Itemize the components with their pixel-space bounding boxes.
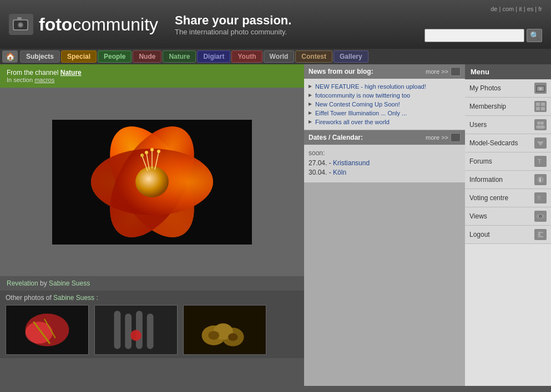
voting-icon: !! [534,192,547,203]
nav-tab-people[interactable]: People [98,50,132,63]
lang-de[interactable]: de [491,6,497,12]
tagline: Share your passion. The international ph… [175,13,291,36]
news-link-2[interactable]: fotocommunity is now twittering too [315,92,410,99]
thumbnails [6,305,299,355]
information-icon: i [534,174,547,185]
svg-point-46 [540,121,544,125]
views-icon [534,211,547,222]
menu-item-users-label: Users [469,121,534,129]
lang-links: de | com | it | es | fr [491,6,542,12]
nav-tab-special[interactable]: Special [61,50,97,63]
dates-header: Dates / Calendar: more >> [304,130,465,145]
svg-rect-44 [541,107,545,110]
news-section: News from our blog: more >> NEW FEATURE … [304,64,465,130]
svg-point-18 [157,150,160,153]
dates-body: soon: 27.04. - Kristiansund 30.04. - Köl… [304,145,465,182]
menu-item-model-sedcards[interactable]: Model-Sedcards [465,134,551,152]
search-input[interactable] [424,29,524,42]
menu-item-forums-label: Forums [469,157,534,165]
date-place-link-1[interactable]: Kristiansund [333,159,370,167]
svg-point-56 [540,216,541,217]
channel-name-link[interactable]: Nature [60,69,82,77]
nav-tab-world[interactable]: World [264,50,295,63]
svg-point-45 [537,121,540,125]
middle-content: News from our blog: more >> NEW FEATURE … [304,64,465,386]
lang-es[interactable]: es [527,6,534,12]
date-entry-1: 27.04. - Kristiansund [309,159,461,167]
photo-area [0,88,304,276]
nav-tab-nude[interactable]: Nude [133,50,161,63]
membership-icon [534,101,547,112]
left-content: From the channel Nature In section macro… [0,64,304,386]
menu-item-users[interactable]: Users [465,116,551,134]
nav-tab-contest[interactable]: Contest [295,50,332,63]
photo-title-link[interactable]: Revelation [7,279,38,287]
svg-rect-41 [536,103,540,106]
users-icon [534,119,547,130]
thumbnail-3[interactable] [183,305,266,355]
header: fotocommunity Share your passion. The in… [0,0,551,49]
logo-text: fotocommunity [39,14,158,35]
date-entry-2: 30.04. - Köln [309,169,461,176]
forums-icon: T [534,156,547,167]
dates-more-link[interactable]: more >> [426,134,448,141]
menu-item-views[interactable]: Views [465,207,551,226]
menu-item-logout-label: Logout [469,231,534,238]
menu-item-sedcards-label: Model-Sedcards [469,139,534,147]
svg-point-37 [228,333,238,341]
nav-tab-digiart[interactable]: Digiart [197,50,230,63]
dates-expand-icon[interactable] [451,133,461,142]
thumbnail-2[interactable] [94,305,178,355]
news-expand-icon[interactable] [451,67,461,76]
menu-item-logout[interactable]: Logout [465,226,551,244]
home-tab[interactable]: 🏠 [2,50,18,63]
nav-tab-subjects[interactable]: Subjects [20,50,60,63]
menu-item-information-label: Information [469,176,534,184]
tagline-sub: The international photo community. [175,28,291,36]
news-header-label: News from our blog: [309,68,373,75]
navigation: 🏠 Subjects Special People Nude Nature Di… [0,49,551,64]
news-link-1[interactable]: NEW FEATURE - high resolution upload! [315,83,426,90]
search-button[interactable]: 🔍 [527,29,542,42]
tagline-main: Share your passion. [175,13,291,28]
other-photos-author-link[interactable]: Sabine Suess : [53,294,98,302]
svg-rect-43 [536,107,540,110]
section-link[interactable]: macros [34,77,54,83]
dates-header-label: Dates / Calendar: [309,134,363,141]
svg-text:i: i [539,177,541,183]
news-link-3[interactable]: New Contest Coming Up Soon! [315,101,400,108]
menu-item-my-photos-label: My Photos [469,84,534,92]
news-header: News from our blog: more >> [304,64,465,79]
menu-item-membership[interactable]: Membership [465,98,551,116]
news-link-4[interactable]: Eiffel Tower Illumination ... Only ... [315,110,407,116]
svg-point-31 [130,330,141,341]
dates-section: Dates / Calendar: more >> soon: 27.04. -… [304,130,465,182]
sedcards-icon [534,138,547,149]
svg-text:!!: !! [537,195,541,201]
nav-tab-gallery[interactable]: Gallery [333,50,368,63]
lang-fr[interactable]: fr [538,6,542,12]
thumbnail-1[interactable] [6,305,89,355]
nav-tab-nature[interactable]: Nature [163,50,196,63]
svg-point-36 [208,331,219,340]
lang-it[interactable]: it [519,6,522,12]
channel-section: In section macros [7,77,297,83]
news-more-link[interactable]: more >> [426,68,448,75]
photo-caption: Revelation by Sabine Suess [0,276,304,291]
menu-item-information[interactable]: Information i [465,171,551,189]
svg-rect-27 [114,310,121,349]
lang-com[interactable]: com [502,6,514,12]
other-photos-header: Other photos of Sabine Suess : [6,294,299,302]
main-photo[interactable] [52,120,252,245]
menu-item-voting-centre[interactable]: Voting centre !! [465,189,551,207]
menu-item-my-photos[interactable]: My Photos [465,79,551,98]
menu-item-forums[interactable]: Forums T [465,152,551,171]
date-place-link-2[interactable]: Köln [333,169,346,176]
news-item-1: NEW FEATURE - high resolution upload! [309,82,461,91]
channel-header: From the channel Nature In section macro… [0,64,304,88]
menu-item-views-label: Views [469,212,534,220]
nav-tab-youth[interactable]: Youth [231,50,262,63]
news-link-5[interactable]: Fireworks all over the world [315,119,390,125]
logout-icon [534,229,547,240]
photo-author-link[interactable]: Sabine Suess [49,279,90,287]
